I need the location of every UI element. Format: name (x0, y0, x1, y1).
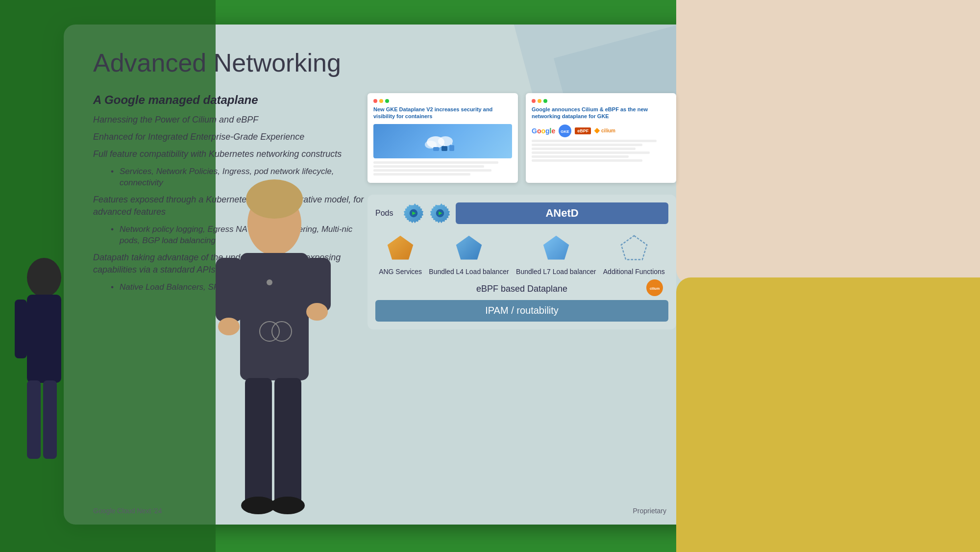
min-dot-2 (538, 99, 541, 103)
svg-rect-29 (240, 253, 309, 380)
google-logo: Google (532, 127, 555, 135)
svg-point-28 (246, 179, 303, 219)
anetd-row: Pods (375, 202, 668, 224)
additional-functions-item: Additional Functions (603, 234, 665, 276)
anetd-bar: ANetD (456, 202, 668, 224)
ebpf-label: eBPF based Dataplane (476, 284, 567, 294)
svg-rect-5 (449, 145, 454, 151)
ang-services-icon (386, 234, 415, 263)
article-card-2: Google announces Cilium & eBPF as the ne… (526, 93, 676, 183)
close-dot (373, 99, 377, 103)
svg-rect-26 (43, 380, 57, 459)
slide-footer: Google Cloud Next '24 Proprietary (64, 507, 696, 515)
ebpf-row: eBPF based Dataplane cilium (375, 284, 668, 294)
svg-point-1 (438, 136, 453, 146)
svg-marker-18 (621, 235, 647, 259)
services-row: ANG Services (375, 234, 668, 276)
svg-marker-15 (388, 235, 414, 259)
bundled-l7-label: Bundled L7 Load balancer (516, 267, 596, 276)
svg-text:cilium: cilium (650, 287, 660, 290)
footer-center: Proprietary (633, 507, 666, 515)
svg-rect-23 (15, 300, 27, 358)
cilium-logo: 🔶 cilium (594, 128, 615, 133)
article-1-body (373, 161, 512, 176)
svg-rect-4 (441, 146, 447, 151)
person-left (0, 209, 108, 552)
ang-services-label: ANG Services (379, 267, 422, 276)
slide-container: Advanced Networking A Google managed dat… (64, 25, 696, 525)
close-dot-2 (532, 99, 536, 103)
gke-logo: GKE (558, 124, 572, 138)
gear-icon-2 (429, 202, 451, 224)
svg-point-32 (218, 318, 240, 335)
bundled-l4-item: Bundled L4 Load balancer (429, 234, 509, 276)
max-dot (385, 99, 389, 103)
svg-rect-34 (245, 378, 272, 505)
bundled-l7-item: Bundled L7 Load balancer (516, 234, 596, 276)
svg-rect-30 (216, 258, 243, 322)
min-dot (379, 99, 383, 103)
ipam-label: IPAM / routability (485, 305, 559, 316)
bundled-l4-icon (454, 234, 484, 263)
svg-point-21 (27, 258, 61, 297)
svg-text:GKE: GKE (561, 129, 570, 134)
svg-rect-3 (433, 147, 439, 151)
network-diagram: Pods (368, 195, 676, 329)
gear-icon-1 (403, 202, 424, 224)
presenter (196, 135, 353, 552)
slide-title: Advanced Networking (64, 25, 696, 87)
svg-rect-25 (27, 380, 41, 459)
ang-services-item: ANG Services (379, 234, 422, 276)
svg-point-33 (306, 303, 328, 321)
bundled-l4-label: Bundled L4 Load balancer (429, 267, 509, 276)
section-heading: A Google managed dataplane (93, 93, 368, 107)
article-card-1: New GKE Dataplane V2 increases security … (368, 93, 518, 183)
additional-functions-icon (619, 234, 649, 263)
svg-marker-17 (543, 235, 569, 259)
article-logos: Google GKE eBPF 🔶 cilium (532, 124, 670, 138)
cilium-badge: cilium (646, 279, 663, 299)
svg-rect-35 (274, 378, 301, 505)
pods-label: Pods (375, 209, 395, 218)
svg-rect-24 (47, 300, 59, 358)
article-2-title: Google announces Cilium & eBPF as the ne… (532, 106, 670, 120)
article-1-image (373, 124, 512, 158)
bullet-1: Harnessing the Power of Cilium and eBPF (93, 114, 368, 126)
article-2-body (532, 140, 670, 162)
ebpf-logo: eBPF (575, 127, 591, 134)
svg-point-37 (270, 497, 305, 514)
max-dot-2 (543, 99, 547, 103)
additional-functions-label: Additional Functions (603, 267, 665, 276)
article-1-title: New GKE Dataplane V2 increases security … (373, 106, 512, 120)
right-content: New GKE Dataplane V2 increases security … (368, 93, 676, 329)
articles-row: New GKE Dataplane V2 increases security … (368, 93, 676, 183)
bundled-l7-icon (541, 234, 571, 263)
anetd-label: ANetD (545, 207, 578, 220)
svg-point-38 (267, 279, 272, 285)
svg-marker-16 (456, 235, 482, 259)
window-dots (373, 99, 389, 103)
window-dots-2 (532, 99, 547, 103)
svg-point-36 (241, 497, 275, 514)
ipam-bar: IPAM / routability (375, 300, 668, 322)
